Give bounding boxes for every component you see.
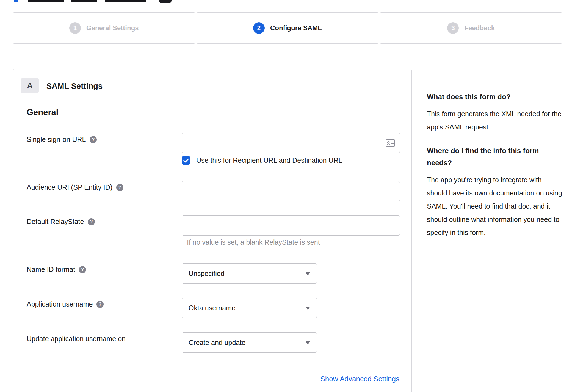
step-number-badge: 3 [447, 22, 459, 34]
application-username-label-text: Application username [27, 300, 93, 308]
saml-settings-panel: A SAML Settings General Single sign-on U… [13, 69, 412, 392]
default-relaystate-input[interactable] [182, 215, 400, 236]
section-a-badge: A [21, 78, 39, 93]
name-id-format-value: Unspecified [189, 270, 225, 278]
wizard-stepper: 1 General Settings 2 Configure SAML 3 Fe… [13, 12, 562, 44]
help-icon[interactable]: ? [88, 218, 95, 225]
cutoff-title-fragment [71, 0, 97, 2]
update-app-username-select[interactable]: Create and update [182, 332, 317, 353]
audience-uri-label: Audience URI (SP Entity ID) ? [27, 183, 123, 191]
help-sidebar: What does this form do? This form genera… [427, 91, 564, 250]
cutoff-title-fragment [105, 0, 146, 2]
help-heading-what: What does this form do? [427, 91, 564, 103]
step-number-badge: 1 [69, 22, 81, 34]
help-body-what: This form generates the XML needed for t… [427, 107, 564, 134]
audience-uri-input[interactable] [182, 181, 400, 201]
cutoff-app-icon-fragment [159, 0, 172, 3]
update-app-username-label-text: Update application username on [27, 335, 126, 343]
application-username-select[interactable]: Okta username [182, 298, 317, 318]
dropdown-caret-icon [306, 307, 310, 310]
dropdown-caret-icon [306, 272, 310, 275]
application-username-value: Okta username [189, 304, 236, 312]
help-icon[interactable]: ? [90, 136, 97, 143]
panel-title: SAML Settings [46, 82, 103, 91]
step-feedback[interactable]: 3 Feedback [380, 12, 562, 44]
update-app-username-value: Create and update [189, 339, 245, 347]
audience-uri-label-text: Audience URI (SP Entity ID) [27, 183, 112, 191]
step-label: Configure SAML [270, 24, 322, 32]
contact-card-icon [385, 139, 395, 147]
relaystate-helper-text: If no value is set, a blank RelayState i… [187, 238, 320, 246]
checkmark-icon [183, 158, 189, 163]
sso-url-label-text: Single sign-on URL [27, 136, 86, 143]
update-app-username-label: Update application username on [27, 335, 126, 343]
name-id-format-label-text: Name ID format [27, 266, 75, 274]
help-body-where: The app you're trying to integrate with … [427, 173, 564, 239]
step-label: Feedback [464, 24, 495, 32]
cutoff-title-fragment [28, 0, 64, 2]
recipient-url-checkbox-label[interactable]: Use this for Recipient URL and Destinati… [196, 156, 342, 164]
help-icon[interactable]: ? [96, 301, 104, 308]
default-relaystate-label-text: Default RelayState [27, 218, 84, 226]
name-id-format-label: Name ID format ? [27, 266, 86, 274]
help-heading-where: Where do I find the info this form needs… [427, 145, 564, 169]
step-general-settings[interactable]: 1 General Settings [13, 12, 195, 44]
help-icon[interactable]: ? [116, 184, 123, 191]
cutoff-page-header [0, 0, 575, 3]
sso-url-input[interactable] [182, 133, 400, 153]
default-relaystate-label: Default RelayState ? [27, 218, 95, 226]
dropdown-caret-icon [306, 341, 310, 344]
recipient-url-checkbox[interactable] [182, 156, 190, 165]
show-advanced-settings-link[interactable]: Show Advanced Settings [320, 375, 399, 383]
application-username-label: Application username ? [27, 300, 104, 308]
sso-url-label: Single sign-on URL ? [27, 136, 97, 143]
recipient-url-checkbox-row: Use this for Recipient URL and Destinati… [182, 156, 342, 165]
step-number-badge: 2 [253, 22, 265, 34]
group-title-general: General [27, 107, 58, 117]
name-id-format-select[interactable]: Unspecified [182, 263, 317, 284]
cutoff-blue-text-fragment [14, 0, 18, 2]
step-label: General Settings [86, 24, 139, 32]
help-icon[interactable]: ? [79, 266, 86, 273]
step-configure-saml[interactable]: 2 Configure SAML [197, 12, 379, 44]
